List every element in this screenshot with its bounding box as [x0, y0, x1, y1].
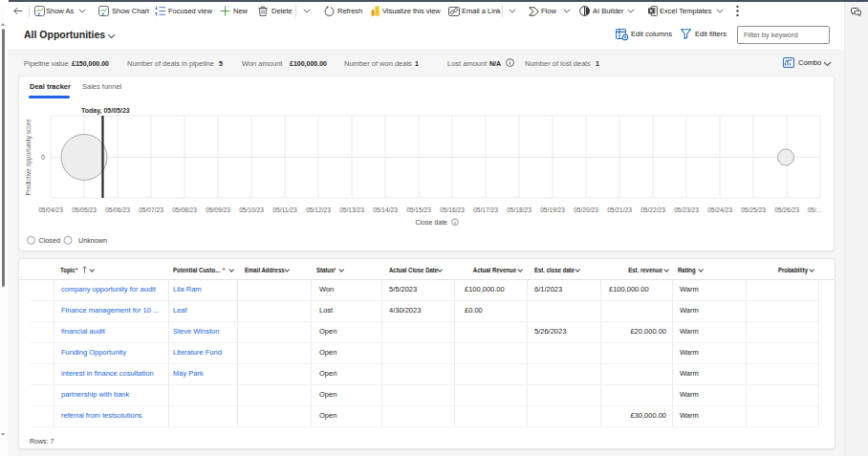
- svg-text:05/15/23: 05/15/23: [406, 206, 431, 213]
- svg-text:05/12/23: 05/12/23: [306, 206, 331, 213]
- svg-text:05/11/23: 05/11/23: [272, 206, 297, 213]
- svg-text:05/06/23: 05/06/23: [105, 206, 130, 213]
- svg-text:05/10/23: 05/10/23: [239, 206, 264, 213]
- svg-text:05/17/23: 05/17/23: [473, 206, 498, 213]
- svg-text:05/22/23: 05/22/23: [640, 206, 665, 213]
- svg-text:05/14/23: 05/14/23: [373, 206, 398, 213]
- svg-text:Predictive opportunity score: Predictive opportunity score: [25, 119, 33, 196]
- svg-text:0: 0: [41, 154, 45, 161]
- svg-text:05/21/23: 05/21/23: [607, 206, 632, 213]
- svg-text:Closed: Closed: [39, 236, 60, 245]
- svg-text:05/19/23: 05/19/23: [540, 206, 565, 213]
- svg-text:05/16/23: 05/16/23: [440, 206, 465, 213]
- svg-text:05/20/23: 05/20/23: [574, 206, 598, 213]
- svg-text:05/23/23: 05/23/23: [674, 206, 699, 213]
- svg-text:05/24/23: 05/24/23: [707, 206, 732, 213]
- svg-text:05/09/23: 05/09/23: [206, 206, 230, 213]
- svg-text:05/07/23: 05/07/23: [139, 206, 163, 213]
- svg-text:05/08/23: 05/08/23: [172, 206, 197, 213]
- svg-text:05/26/23: 05/26/23: [774, 206, 799, 213]
- svg-text:Today, 05/05/23: Today, 05/05/23: [81, 107, 130, 115]
- svg-text:05/18/23: 05/18/23: [507, 206, 532, 213]
- svg-text:05/25/23: 05/25/23: [741, 206, 766, 213]
- svg-text:05/05/23: 05/05/23: [72, 206, 97, 213]
- svg-text:Unknown: Unknown: [78, 236, 107, 245]
- svg-text:05/04/23: 05/04/23: [38, 206, 63, 213]
- svg-text:05/...: 05/...: [808, 206, 822, 213]
- svg-text:05/13/23: 05/13/23: [339, 206, 364, 213]
- svg-text:Close date: Close date: [416, 219, 448, 226]
